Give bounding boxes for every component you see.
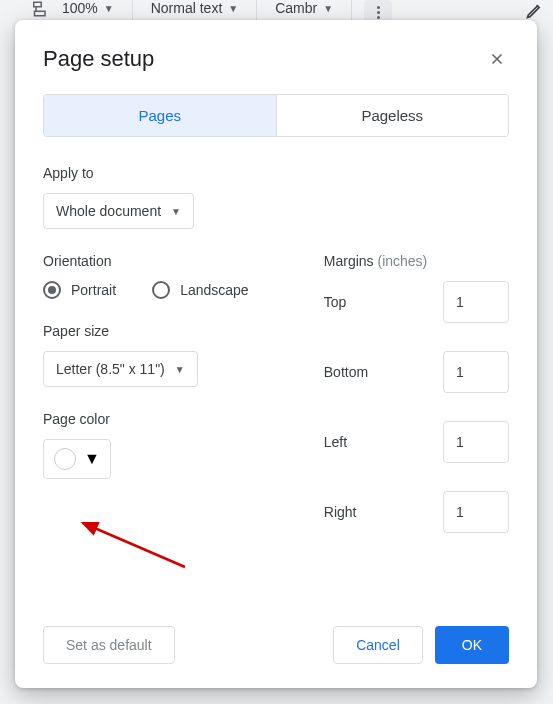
font-dropdown[interactable]: Cambr▼ [269, 0, 339, 16]
radio-unchecked-icon [152, 281, 170, 299]
style-dropdown[interactable]: Normal text▼ [145, 0, 244, 16]
chevron-down-icon: ▼ [84, 450, 100, 468]
margin-bottom-input[interactable] [443, 351, 509, 393]
dialog-title: Page setup [43, 46, 154, 72]
tabs: Pages Pageless [43, 94, 509, 137]
cancel-button[interactable]: Cancel [333, 626, 423, 664]
margin-left-label: Left [324, 434, 347, 450]
chevron-down-icon: ▼ [175, 364, 185, 375]
paint-format-icon [30, 0, 48, 18]
margin-bottom-label: Bottom [324, 364, 368, 380]
page-setup-dialog: Page setup Pages Pageless Apply to Whole… [15, 20, 537, 688]
paper-size-select[interactable]: Letter (8.5" x 11") ▼ [43, 351, 198, 387]
landscape-label: Landscape [180, 282, 249, 298]
paper-size-value: Letter (8.5" x 11") [56, 361, 165, 377]
margin-right-label: Right [324, 504, 357, 520]
page-color-label: Page color [43, 411, 284, 427]
orientation-landscape-radio[interactable]: Landscape [152, 281, 249, 299]
page-color-select[interactable]: ▼ [43, 439, 111, 479]
chevron-down-icon: ▼ [171, 206, 181, 217]
margins-label: Margins (inches) [324, 253, 509, 269]
set-default-button[interactable]: Set as default [43, 626, 175, 664]
zoom-dropdown[interactable]: 100%▼ [56, 0, 120, 16]
close-icon [488, 50, 506, 68]
margin-top-label: Top [324, 294, 347, 310]
tab-pageless[interactable]: Pageless [276, 95, 509, 136]
apply-to-label: Apply to [43, 165, 509, 181]
color-swatch-white [54, 448, 76, 470]
tab-pages[interactable]: Pages [44, 95, 276, 136]
apply-to-select[interactable]: Whole document ▼ [43, 193, 194, 229]
orientation-label: Orientation [43, 253, 284, 269]
paper-size-label: Paper size [43, 323, 284, 339]
radio-checked-icon [43, 281, 61, 299]
ok-button[interactable]: OK [435, 626, 509, 664]
orientation-portrait-radio[interactable]: Portrait [43, 281, 116, 299]
margin-left-input[interactable] [443, 421, 509, 463]
portrait-label: Portrait [71, 282, 116, 298]
edit-pencil-icon[interactable] [525, 0, 545, 20]
margin-right-input[interactable] [443, 491, 509, 533]
close-button[interactable] [485, 47, 509, 71]
apply-to-value: Whole document [56, 203, 161, 219]
margin-top-input[interactable] [443, 281, 509, 323]
